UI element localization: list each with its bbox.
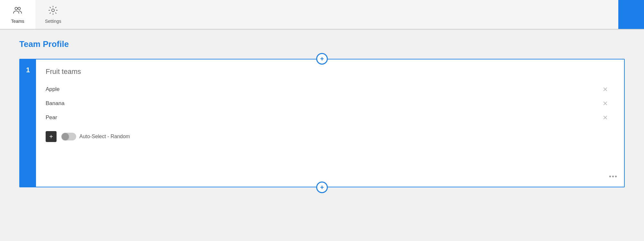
member-name-banana: Banana xyxy=(46,100,65,107)
toggle-container: Auto-Select - Random xyxy=(61,133,130,140)
remove-banana-button[interactable]: ✕ xyxy=(599,100,611,107)
card-wrapper: + 1 Fruit teams Apple ✕ Banana ✕ Pear xyxy=(19,59,625,187)
team-content: Fruit teams Apple ✕ Banana ✕ Pear ✕ xyxy=(36,59,624,155)
add-group-top-button[interactable]: + xyxy=(316,53,328,65)
settings-icon xyxy=(48,5,58,17)
remove-apple-button[interactable]: ✕ xyxy=(599,86,611,93)
main-content: Team Profile + 1 Fruit teams Apple ✕ Ban… xyxy=(0,30,644,241)
team-number-badge: 1 xyxy=(20,59,36,187)
team-footer: + Auto-Select - Random xyxy=(46,131,611,142)
page-title: Team Profile xyxy=(19,39,625,49)
plus-icon-top: + xyxy=(320,55,324,63)
nav-label-teams: Teams xyxy=(11,19,24,24)
add-member-icon: + xyxy=(49,133,53,140)
more-icon: ••• xyxy=(609,173,618,180)
add-group-bottom-button[interactable]: + xyxy=(316,182,328,193)
toggle-thumb xyxy=(62,133,69,140)
top-nav: Teams Settings xyxy=(0,0,644,30)
svg-point-0 xyxy=(15,7,18,10)
team-name: Fruit teams xyxy=(46,66,611,76)
team-member-banana: Banana ✕ xyxy=(46,96,611,111)
add-member-button[interactable]: + xyxy=(46,131,57,142)
team-number: 1 xyxy=(26,66,30,74)
svg-point-2 xyxy=(52,9,54,11)
more-options-button[interactable]: ••• xyxy=(609,173,618,180)
nav-item-teams[interactable]: Teams xyxy=(0,0,35,29)
team-member-apple: Apple ✕ xyxy=(46,82,611,96)
plus-icon-bottom: + xyxy=(320,184,324,191)
toggle-track xyxy=(61,133,76,140)
auto-select-label: Auto-Select - Random xyxy=(79,134,130,139)
team-member-pear: Pear ✕ xyxy=(46,111,611,125)
nav-action-button[interactable] xyxy=(618,0,644,29)
nav-label-settings: Settings xyxy=(45,19,61,24)
member-name-apple: Apple xyxy=(46,86,59,93)
teams-icon xyxy=(13,5,22,17)
nav-item-settings[interactable]: Settings xyxy=(35,0,71,29)
auto-select-toggle[interactable] xyxy=(61,133,76,140)
member-name-pear: Pear xyxy=(46,114,57,121)
remove-pear-button[interactable]: ✕ xyxy=(599,114,611,121)
team-card: 1 Fruit teams Apple ✕ Banana ✕ Pear ✕ xyxy=(19,59,625,187)
svg-point-1 xyxy=(18,7,21,10)
